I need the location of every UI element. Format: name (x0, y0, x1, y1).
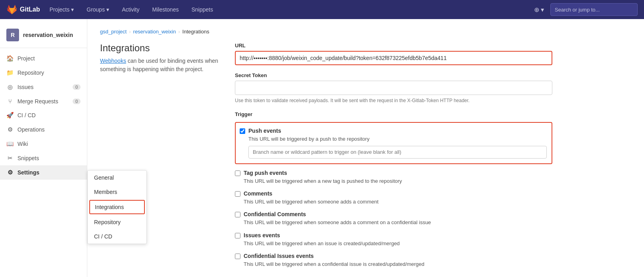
plus-icon[interactable]: ⊕ ▾ (531, 4, 547, 15)
breadcrumb-reservation-weixin[interactable]: reservation_weixin (133, 29, 176, 35)
logo-text: GitLab (20, 6, 40, 13)
trigger-label: Trigger (235, 111, 552, 117)
search-placeholder: Search or jump to... (555, 7, 600, 13)
secret-token-label: Secret Token (235, 72, 552, 78)
trigger-confidential-comments: Confidential Comments This URL will be t… (235, 211, 552, 226)
sidebar-item-issues[interactable]: ◎ Issues 0 (0, 80, 87, 94)
url-input[interactable] (235, 51, 552, 65)
settings-dropdown-repository[interactable]: Repository (88, 215, 146, 229)
merge-requests-badge: 0 (73, 99, 81, 104)
settings-dropdown-general[interactable]: General (88, 170, 146, 185)
push-events-checkbox[interactable] (240, 128, 245, 134)
tag-push-title[interactable]: Tag push events (244, 170, 287, 176)
issues-events-title[interactable]: Issues events (244, 232, 280, 238)
wiki-icon: 📖 (6, 140, 13, 147)
confidential-issues-desc: This URL will be triggered when a confid… (244, 261, 552, 268)
settings-icon: ⚙ (6, 169, 13, 176)
top-navigation: GitLab Projects ▾ Groups ▾ Activity Mile… (0, 0, 644, 19)
trigger-comments: Comments This URL will be triggered when… (235, 190, 552, 205)
merge-requests-icon: ⑂ (6, 98, 13, 105)
comments-desc: This URL will be triggered when someone … (244, 198, 552, 205)
project-header: R reservation_weixin (0, 25, 87, 48)
gitlab-logo[interactable]: GitLab (6, 4, 40, 15)
sidebar-item-merge-requests[interactable]: ⑂ Merge Requests 0 (0, 94, 87, 108)
trigger-tag-push: Tag push events This URL will be trigger… (235, 170, 552, 185)
trigger-issues-events: Issues events This URL will be triggered… (235, 232, 552, 247)
secret-token-input[interactable] (235, 81, 552, 95)
cicd-icon: 🚀 (6, 112, 13, 119)
tag-push-checkbox[interactable] (235, 170, 240, 176)
trigger-section: Trigger Push events This URL will be tri… (235, 111, 552, 268)
sidebar-item-wiki[interactable]: 📖 Wiki (0, 137, 87, 151)
intro-text: Webhooks can be used for binding events … (100, 57, 219, 74)
project-name: reservation_weixin (23, 32, 73, 38)
secret-token-form-group: Secret Token Use this token to validate … (235, 72, 552, 104)
sidebar-item-project[interactable]: 🏠 Project (0, 51, 87, 66)
breadcrumb-sep-1: › (129, 29, 131, 35)
nav-projects[interactable]: Projects ▾ (46, 5, 77, 14)
comments-checkbox[interactable] (235, 191, 240, 197)
breadcrumb-current: Integrations (183, 29, 210, 35)
main-content: gsd_project › reservation_weixin › Integ… (87, 19, 644, 277)
confidential-comments-desc: This URL will be triggered when someone … (244, 219, 552, 226)
tag-push-desc: This URL will be triggered when a new ta… (244, 178, 552, 185)
settings-dropdown-cicd[interactable]: CI / CD (88, 229, 146, 244)
trigger-confidential-issues: Confidential Issues events This URL will… (235, 253, 552, 268)
url-form-group: URL (235, 43, 552, 65)
url-label: URL (235, 43, 552, 48)
issues-badge: 0 (73, 84, 81, 90)
nav-activity[interactable]: Activity (119, 5, 142, 14)
operations-icon: ⚙ (6, 126, 13, 133)
sidebar-item-settings[interactable]: ⚙ Settings (0, 165, 87, 180)
confidential-comments-checkbox[interactable] (235, 212, 240, 217)
confidential-issues-checkbox[interactable] (235, 254, 240, 259)
issues-icon: ◎ (6, 83, 13, 91)
project-avatar: R (6, 29, 19, 41)
settings-dropdown: General Members Integrations Repository … (87, 170, 147, 244)
breadcrumb-gsd-project[interactable]: gsd_project (100, 29, 127, 35)
repository-icon: 📁 (6, 69, 13, 76)
push-events-desc: This URL will be triggered by a push to … (248, 136, 547, 143)
breadcrumb: gsd_project › reservation_weixin › Integ… (100, 29, 631, 35)
confidential-comments-title[interactable]: Confidential Comments (244, 211, 306, 217)
sidebar-item-snippets[interactable]: ✂ Snippets (0, 151, 87, 165)
sidebar-item-repository[interactable]: 📁 Repository (0, 66, 87, 80)
issues-events-checkbox[interactable] (235, 233, 240, 238)
nav-milestones[interactable]: Milestones (149, 5, 182, 14)
secret-token-hint: Use this token to validate received payl… (235, 97, 552, 104)
sidebar-item-operations[interactable]: ⚙ Operations (0, 122, 87, 137)
push-events-title[interactable]: Push events (248, 128, 281, 134)
sidebar: R reservation_weixin 🏠 Project 📁 Reposit… (0, 19, 87, 277)
breadcrumb-sep-2: › (178, 29, 180, 35)
page-title: Integrations (100, 43, 219, 54)
project-icon: 🏠 (6, 55, 13, 62)
settings-dropdown-integrations[interactable]: Integrations (89, 200, 145, 214)
settings-dropdown-members[interactable]: Members (88, 185, 146, 199)
sidebar-item-cicd[interactable]: 🚀 CI / CD (0, 108, 87, 122)
issues-events-desc: This URL will be triggered when an issue… (244, 240, 552, 247)
search-box[interactable]: Search or jump to... (550, 3, 638, 16)
branch-filter-input[interactable] (248, 146, 547, 159)
confidential-issues-title[interactable]: Confidential Issues events (244, 253, 314, 259)
webhooks-link[interactable]: Webhooks (100, 58, 126, 64)
nav-groups[interactable]: Groups ▾ (83, 5, 112, 14)
nav-snippets[interactable]: Snippets (188, 5, 216, 14)
trigger-push-events: Push events This URL will be triggered b… (235, 122, 552, 164)
snippets-icon: ✂ (6, 155, 13, 162)
comments-title[interactable]: Comments (244, 190, 272, 197)
